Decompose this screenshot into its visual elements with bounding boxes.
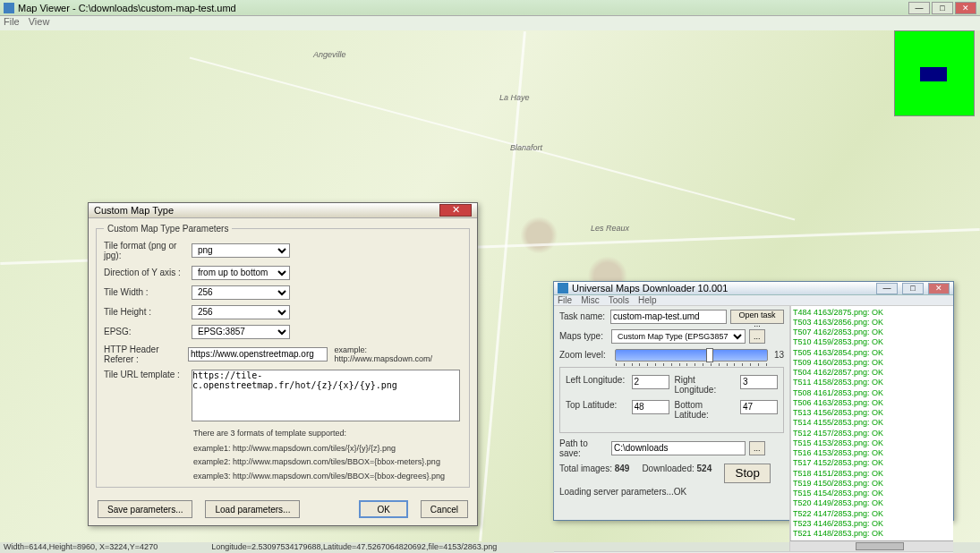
log-line: T517 4152/2853.png: OK	[793, 458, 951, 468]
tile-height-select[interactable]: 256	[192, 305, 290, 319]
status-dimensions: Width=6144,Height=8960, X=3224,Y=4270	[4, 542, 158, 553]
template-example-3: example3: http://www.mapsdown.com/tiles/…	[193, 470, 462, 483]
cancel-button[interactable]: Cancel	[421, 500, 468, 518]
minimap-overview[interactable]	[894, 30, 975, 116]
task-name-label: Task name:	[559, 311, 610, 321]
params-legend: Custom Map Type Parameters	[104, 224, 232, 234]
log-line: T508 4161/2853.png: OK	[793, 388, 951, 398]
downloader-menu-misc[interactable]: Misc	[581, 295, 600, 305]
downloader-icon	[558, 283, 568, 294]
log-line: T503 4163/2856.png: OK	[793, 318, 951, 328]
task-name-input[interactable]	[610, 310, 727, 324]
referer-input[interactable]	[188, 347, 328, 362]
top-lat-label: Top Latitude:	[566, 400, 626, 420]
log-line: T523 4146/2853.png: OK	[793, 519, 951, 529]
save-parameters-button[interactable]: Save parameters...	[98, 500, 192, 518]
log-line: T515 4153/2853.png: OK	[793, 438, 951, 448]
menu-view[interactable]: View	[29, 16, 50, 30]
open-task-button[interactable]: Open task ...	[730, 310, 784, 324]
y-direction-label: Direction of Y axis :	[104, 268, 192, 277]
downloader-window: Universal Maps Downloader 10.001 — □ ✕ F…	[553, 281, 954, 521]
epsg-label: EPSG:	[104, 327, 192, 336]
download-log: T484 4163/2875.png: OKT503 4163/2856.png…	[790, 306, 953, 541]
downloaded-value: 524	[697, 464, 712, 473]
tile-format-select[interactable]: png	[192, 243, 290, 258]
minimap-viewport	[920, 67, 947, 81]
path-label: Path to save:	[559, 438, 611, 458]
tile-width-select[interactable]: 256	[192, 285, 290, 300]
template-help-head: There are 3 formats of template supporte…	[193, 427, 462, 440]
downloader-maximize-button[interactable]: □	[902, 283, 924, 294]
right-lon-input[interactable]	[740, 375, 778, 389]
log-line: T509 4160/2853.png: OK	[793, 358, 951, 368]
log-line: T505 4163/2854.png: OK	[793, 348, 951, 358]
template-textarea[interactable]: https://tile-c.openstreetmap.fr/hot/{z}/…	[192, 370, 460, 421]
left-lon-label: Left Longitude:	[566, 375, 626, 395]
log-line: T511 4158/2853.png: OK	[793, 378, 951, 387]
maps-type-label: Maps type:	[559, 331, 611, 341]
map-place-label: Blanafort	[510, 143, 542, 152]
log-line: T507 4162/2853.png: OK	[793, 328, 951, 337]
map-place-label: Angeville	[313, 50, 346, 59]
map-place-label: La Haye	[499, 93, 530, 102]
maximize-button[interactable]: □	[932, 2, 953, 14]
right-lon-label: Right Longitude:	[675, 375, 736, 395]
path-input[interactable]	[611, 441, 746, 455]
y-direction-select[interactable]: from up to bottom	[192, 266, 290, 280]
main-menu: File View	[0, 16, 980, 30]
main-window-titlebar: Map Viewer - C:\downloads\custom-map-tes…	[0, 0, 980, 16]
maps-type-more-button[interactable]: ...	[749, 329, 765, 344]
downloader-title: Universal Maps Downloader 10.001	[572, 283, 874, 294]
tile-format-label: Tile format (png or jpg):	[104, 241, 192, 260]
custom-map-type-dialog: Custom Map Type ✕ Custom Map Type Parame…	[88, 202, 478, 526]
downloader-close-button[interactable]: ✕	[928, 283, 950, 294]
template-label: Tile URL template :	[104, 370, 192, 379]
bottom-lat-label: Bottom Latitude:	[675, 400, 736, 420]
load-parameters-button[interactable]: Load parameters...	[205, 500, 300, 518]
close-button[interactable]: ✕	[955, 2, 976, 14]
log-line: T516 4153/2853.png: OK	[793, 448, 951, 458]
zoom-level-value: 13	[771, 350, 784, 360]
downloader-menu-tools[interactable]: Tools	[609, 295, 629, 305]
log-line: T512 4157/2853.png: OK	[793, 429, 951, 438]
top-lat-input[interactable]	[632, 400, 669, 414]
stop-button[interactable]: Stop	[724, 464, 771, 483]
template-example-2: example2: http://www.mapsdown.com/tiles/…	[193, 455, 462, 469]
zoom-slider-thumb[interactable]	[706, 348, 713, 362]
epsg-select[interactable]: EPSG:3857	[192, 325, 290, 339]
log-line: T506 4163/2853.png: OK	[793, 398, 951, 408]
maps-type-select[interactable]: Custom Map Type (EPSG3857 and EPSG4326 s…	[611, 329, 746, 344]
log-line: T504 4162/2857.png: OK	[793, 368, 951, 378]
status-coordinates: Longitude=2.53097534179688,Latitude=47.5…	[211, 542, 497, 553]
log-line: T518 4151/2853.png: OK	[793, 469, 951, 479]
loading-status: Loading server parameters...OK	[559, 487, 784, 497]
main-window-title: Map Viewer - C:\downloads\custom-map-tes…	[18, 3, 908, 13]
referer-label: HTTP Header Referer :	[104, 345, 188, 364]
downloaded-label: Downloaded:	[642, 464, 694, 473]
minimize-button[interactable]: —	[908, 2, 930, 14]
downloader-minimize-button[interactable]: —	[876, 283, 898, 294]
bottom-lat-input[interactable]	[740, 400, 778, 414]
downloader-menu-help[interactable]: Help	[638, 295, 657, 305]
dialog-close-button[interactable]: ✕	[439, 204, 472, 217]
browse-path-button[interactable]: ...	[749, 441, 765, 455]
downloader-menu-file[interactable]: File	[558, 295, 572, 305]
menu-file[interactable]: File	[4, 16, 20, 30]
log-line: T510 4159/2853.png: OK	[793, 337, 951, 347]
app-icon	[4, 3, 14, 13]
zoom-level-label: Zoom level:	[559, 350, 611, 360]
left-lon-input[interactable]	[632, 375, 669, 389]
log-line: T519 4150/2853.png: OK	[793, 479, 951, 489]
log-line: T522 4147/2853.png: OK	[793, 509, 951, 519]
tile-height-label: Tile Height :	[104, 307, 192, 317]
referer-example: example: http://www.mapsdown.com/	[335, 345, 462, 363]
coords-group: Left Longitude: Right Longitude: Top Lat…	[559, 367, 784, 433]
total-images-label: Total images:	[559, 464, 612, 473]
dialog-title: Custom Map Type	[94, 205, 439, 216]
log-line: T520 4149/2853.png: OK	[793, 498, 951, 508]
log-line: T521 4148/2853.png: OK	[793, 529, 951, 539]
ok-button[interactable]: OK	[359, 500, 407, 518]
scrollbar-thumb[interactable]	[856, 542, 905, 550]
log-scrollbar[interactable]	[790, 540, 953, 551]
zoom-slider[interactable]	[615, 349, 768, 362]
